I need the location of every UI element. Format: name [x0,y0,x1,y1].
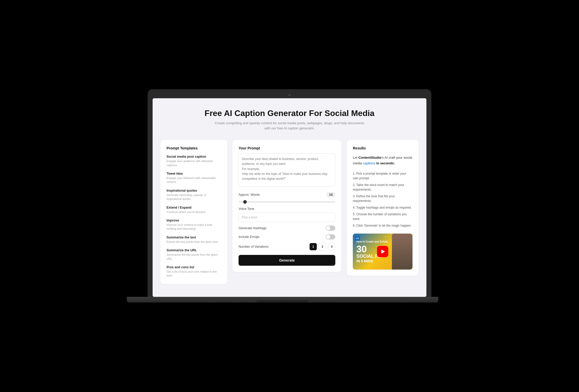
prompt-templates-title: Prompt Templates [166,146,221,150]
hashtags-toggle[interactable] [326,226,335,231]
step-item: 3. Define the tone that fits your requir… [353,193,413,204]
laptop-bezel: Free AI Caption Generator For Social Med… [148,90,431,297]
variation-btn-1[interactable]: 1 [310,243,317,250]
page-content: Free AI Caption Generator For Social Med… [153,98,426,297]
emojis-label: Include Emojis [239,235,326,239]
cs-logo: CS [355,236,360,241]
voice-tone-section: Voice Tone Pick a tone [239,207,335,222]
main-grid: Prompt Templates Social media post capti… [160,140,419,284]
variations-label: Number of Variations [239,245,308,248]
results-intro: Let ContentStudio's AI craft your social… [353,155,413,166]
laptop-base [127,297,438,302]
template-item[interactable]: Social media post caption Engage your au… [166,155,221,167]
template-item[interactable]: Improve Improve your content to make it … [166,219,221,231]
voice-tone-label: Voice Tone [239,207,335,211]
laptop-camera [288,94,291,96]
laptop-wrapper: Free AI Caption Generator For Social Med… [148,90,431,302]
voice-tone-select[interactable]: Pick a tone [239,213,335,222]
play-icon [381,250,385,254]
step-item: 2. Tailor the word count to match your r… [353,182,413,193]
emojis-toggle[interactable] [326,234,335,239]
slider-container [239,199,335,203]
variations-row: Number of Variations 1 2 3 [239,243,335,250]
your-prompt-panel: Your Prompt Approx. Words 10 Voice T [232,140,341,272]
page-title: Free AI Caption Generator For Social Med… [160,109,419,118]
video-stars: ✦ ✦ [384,235,389,238]
page-subtitle: Create compelling and speedy content for… [212,121,367,131]
prompt-textarea[interactable] [239,153,335,187]
video-person [392,234,413,270]
step-item: 5. Choose the number of variations you w… [353,211,413,222]
video-play-button[interactable] [377,246,388,257]
step-item: 4. Toggle hashtags and emojis as require… [353,204,413,211]
laptop-screen: Free AI Caption Generator For Social Med… [153,98,426,297]
variation-btn-2[interactable]: 2 [319,243,326,250]
video-thumbnail[interactable]: How to Create and Sched... 30 SOCIAL P..… [353,234,413,270]
word-count-badge: 10 [327,192,335,197]
template-item[interactable]: Inspirational quotes Generate interestin… [166,189,221,201]
step-item: 6. Click 'Generate' to let the magic hap… [353,222,413,229]
step-item: 1. Pick a prompt template or enter your … [353,170,413,182]
prompt-templates-panel: Prompt Templates Social media post capti… [160,140,227,284]
template-item[interactable]: Summarize the URL Summarize the key poin… [166,248,221,261]
video-inner: How to Create and Sched... 30 SOCIAL P..… [353,234,413,270]
template-item[interactable]: Tweet Idea Engage your followers with re… [166,172,221,184]
template-item[interactable]: Summarize the text Extract the key point… [166,236,221,244]
generate-button[interactable]: Generate [239,255,335,266]
approx-words-label: Approx. Words [239,193,324,197]
steps-list: 1. Pick a prompt template or enter your … [353,170,413,229]
template-item[interactable]: Pros and cons list Get a list of pros an… [166,265,221,278]
results-panel: Results Let ContentStudio's AI craft you… [347,140,419,276]
approx-words-row: Approx. Words 10 [239,192,335,197]
hashtags-label: Generate Hashtags [239,226,326,230]
approx-words-slider[interactable] [239,201,335,202]
page-header: Free AI Caption Generator For Social Med… [160,109,419,131]
variation-btn-3[interactable]: 3 [328,243,335,250]
results-title: Results [353,146,413,150]
your-prompt-label: Your Prompt [239,146,335,150]
hashtags-toggle-row: Generate Hashtags [239,226,335,231]
template-item[interactable]: Extend / Expand Continue where you're bl… [166,206,221,214]
emojis-toggle-row: Include Emojis [239,234,335,239]
